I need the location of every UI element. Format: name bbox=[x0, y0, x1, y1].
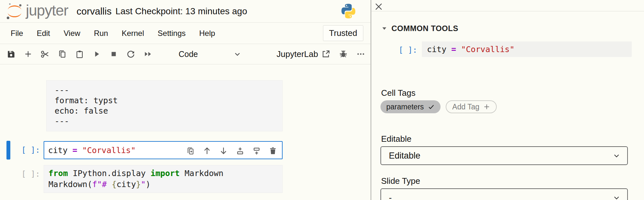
cell-type-dropdown[interactable]: Code bbox=[179, 50, 242, 59]
move-cell-down-button[interactable] bbox=[219, 146, 228, 155]
code-cell-editor[interactable]: from IPython.display import Markdown Mar… bbox=[44, 165, 283, 193]
chevron-down-icon bbox=[233, 50, 242, 58]
editable-label: Editable bbox=[381, 134, 411, 144]
common-tools-section-header[interactable]: COMMON TOOLS bbox=[382, 24, 458, 33]
trash-icon bbox=[269, 147, 277, 155]
arrow-up-icon bbox=[203, 146, 212, 155]
collapse-caret-icon bbox=[382, 26, 387, 31]
cell-prompt: [ ]: bbox=[0, 170, 40, 179]
external-link-icon bbox=[321, 50, 330, 59]
more-commands-button[interactable] bbox=[356, 50, 365, 59]
python-kernel-icon bbox=[340, 3, 357, 21]
preview-code-line: city = "Corvallis" bbox=[427, 45, 514, 54]
insert-above-icon bbox=[236, 147, 244, 155]
copy-button[interactable] bbox=[58, 50, 67, 59]
run-button[interactable] bbox=[92, 50, 101, 59]
cell-hover-toolbar bbox=[186, 146, 277, 155]
chevron-down-icon bbox=[612, 194, 621, 200]
plus-icon bbox=[483, 103, 490, 110]
toolbar-right-group: JupyterLab bbox=[276, 49, 365, 59]
raw-cell-line: --- bbox=[55, 116, 274, 127]
jupyter-logo-text: jupyter bbox=[26, 2, 68, 19]
add-tag-label: Add Tag bbox=[452, 103, 479, 111]
save-button[interactable] bbox=[6, 50, 16, 59]
raw-cell-editor[interactable]: --- format: typst echo: false --- bbox=[46, 80, 283, 131]
copy-icon bbox=[58, 50, 67, 59]
close-panel-button[interactable] bbox=[373, 1, 384, 12]
run-icon bbox=[92, 50, 101, 58]
code-line: from IPython.display import Markdown bbox=[48, 168, 278, 179]
menu-view[interactable]: View bbox=[57, 29, 87, 38]
open-in-jupyterlab-link[interactable]: JupyterLab bbox=[276, 49, 330, 59]
code-cell-editor[interactable]: city = "Corvallis" bbox=[44, 141, 283, 159]
duplicate-icon bbox=[186, 147, 195, 155]
section-title: COMMON TOOLS bbox=[391, 24, 458, 33]
clipboard-icon bbox=[75, 50, 84, 59]
insert-cell-button[interactable] bbox=[24, 50, 33, 59]
cell-type-value: Code bbox=[179, 50, 198, 59]
editable-select[interactable]: Editable bbox=[380, 146, 628, 165]
close-icon bbox=[374, 2, 383, 11]
restart-kernel-button[interactable] bbox=[126, 50, 135, 59]
active-cell-preview[interactable]: city = "Corvallis" bbox=[422, 41, 632, 57]
tag-label: parameters bbox=[386, 103, 424, 111]
chevron-down-icon bbox=[612, 151, 621, 160]
plus-icon bbox=[24, 50, 32, 58]
editable-value: Editable bbox=[389, 151, 421, 161]
menu-file[interactable]: File bbox=[4, 29, 30, 38]
code-line: Markdown(f"# {city}") bbox=[48, 179, 278, 190]
menu-settings[interactable]: Settings bbox=[151, 29, 192, 38]
restart-icon bbox=[126, 50, 135, 59]
panel-header-divider bbox=[371, 11, 644, 11]
move-cell-up-button[interactable] bbox=[203, 146, 212, 155]
menu-run[interactable]: Run bbox=[87, 29, 115, 38]
checkpoint-status: Last Checkpoint: 13 minutes ago bbox=[115, 6, 247, 17]
tag-parameters-chip[interactable]: parameters bbox=[380, 100, 441, 113]
debugger-button[interactable] bbox=[339, 50, 348, 59]
slide-type-select[interactable]: - bbox=[380, 188, 628, 200]
cell-prompt: [ ]: bbox=[0, 146, 40, 155]
raw-cell-line: echo: false bbox=[55, 106, 274, 116]
delete-cell-button[interactable] bbox=[268, 146, 277, 155]
insert-cell-above-button[interactable] bbox=[235, 146, 244, 155]
raw-cell-line: format: typst bbox=[55, 95, 274, 106]
arrow-down-icon bbox=[219, 146, 228, 155]
insert-cell-below-button[interactable] bbox=[252, 146, 261, 155]
notebook-panel: jupyter corvallis Last Checkpoint: 13 mi… bbox=[0, 0, 370, 200]
cut-button[interactable] bbox=[41, 50, 50, 59]
slide-type-value: - bbox=[389, 193, 392, 200]
preview-cell-prompt: [ ]: bbox=[371, 46, 417, 55]
code-line: city = "Corvallis" bbox=[44, 146, 136, 155]
run-all-button[interactable] bbox=[143, 50, 152, 59]
slide-type-label: Slide Type bbox=[381, 176, 420, 186]
duplicate-cell-button[interactable] bbox=[186, 146, 195, 155]
menu-bar: File Edit View Run Kernel Settings Help … bbox=[0, 23, 370, 44]
add-tag-chip[interactable]: Add Tag bbox=[446, 100, 497, 113]
active-code-cell: [ ]: city = "Corvallis" bbox=[0, 141, 370, 160]
stop-button[interactable] bbox=[109, 50, 118, 59]
cell-list: --- format: typst echo: false --- [ ]: c… bbox=[0, 64, 370, 193]
fast-forward-icon bbox=[143, 50, 152, 59]
jupyter-logo[interactable]: jupyter bbox=[5, 2, 68, 20]
raw-cell-line: --- bbox=[55, 85, 274, 95]
menu-kernel[interactable]: Kernel bbox=[115, 29, 151, 38]
scissors-icon bbox=[41, 50, 50, 59]
code-cell: [ ]: from IPython.display import Markdow… bbox=[0, 165, 370, 193]
menu-help[interactable]: Help bbox=[192, 29, 222, 38]
notebook-title[interactable]: corvallis bbox=[77, 6, 111, 17]
check-icon bbox=[428, 103, 435, 110]
notebook-toolbar: Code JupyterLab bbox=[0, 44, 370, 64]
menu-edit[interactable]: Edit bbox=[30, 29, 57, 38]
notebook-header: jupyter corvallis Last Checkpoint: 13 mi… bbox=[0, 0, 370, 23]
ellipsis-icon bbox=[356, 50, 365, 59]
trusted-button[interactable]: Trusted bbox=[323, 25, 363, 41]
jupyterlab-label: JupyterLab bbox=[276, 49, 318, 59]
insert-below-icon bbox=[252, 147, 261, 155]
paste-button[interactable] bbox=[75, 50, 84, 59]
property-inspector-panel: COMMON TOOLS [ ]: city = "Corvallis" Cel… bbox=[371, 0, 644, 200]
jupyter-notebook-window: jupyter corvallis Last Checkpoint: 13 mi… bbox=[0, 0, 644, 200]
cell-tags-label: Cell Tags bbox=[381, 88, 415, 98]
save-icon bbox=[7, 50, 16, 59]
cell-tags-row: parameters Add Tag bbox=[380, 100, 497, 113]
bug-icon bbox=[339, 50, 348, 59]
